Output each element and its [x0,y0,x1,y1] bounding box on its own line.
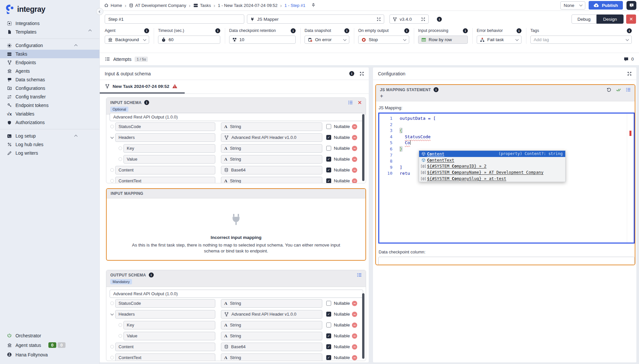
autocomplete-item[interactable]: ContentText [419,157,565,163]
close-step-button[interactable]: ✕ [626,14,636,24]
comments-button[interactable]: 0 [624,57,634,62]
field-name-input[interactable]: Value [123,155,215,164]
sidebar-item-configuration[interactable]: Configuration [0,41,99,50]
breadcrumb-item-at-development-company[interactable]: AT Development Company [129,3,186,8]
remove-row-icon[interactable]: − [352,333,357,339]
sidebar-item-authorizations[interactable]: Authorizations [0,118,99,127]
expand-icon[interactable] [421,17,425,21]
collapse-row-icon[interactable] [111,135,114,139]
output-schema-name[interactable] [110,290,363,298]
field-name-input[interactable]: Headers [115,133,215,142]
field-type-select[interactable]: AString [221,321,322,329]
nullable-checkbox[interactable]: ✓ [326,344,331,349]
header-collapse-button[interactable] [89,28,91,33]
remove-row-icon[interactable]: − [352,312,357,317]
nullable-checkbox[interactable]: ✓ [326,355,331,360]
field-name-input[interactable]: Content [115,166,215,174]
environment-select[interactable]: None [560,1,585,10]
sidebar-item-log-setup[interactable]: Log setup [0,132,99,140]
nullable-checkbox[interactable]: ✓ [326,168,331,172]
field-type-select[interactable]: AString [221,332,322,340]
field-control-error-behavior[interactable]: Fail task [477,36,521,44]
remove-row-icon[interactable]: − [352,178,357,184]
component-info-icon[interactable]: i [437,17,442,22]
remove-row-icon[interactable]: − [352,168,357,173]
schema-list-icon[interactable] [348,100,353,105]
list-icon[interactable] [626,87,631,92]
autocomplete-item[interactable]: [@]${#SYSTEM_CompanyID} » 2 [419,163,565,169]
nullable-checkbox[interactable]: ✓ [326,146,331,151]
sidebar-item-tasks[interactable]: Tasks [0,50,99,58]
field-type-select[interactable]: Base64 [221,343,322,351]
row-radio[interactable] [119,323,122,327]
field-control-agent[interactable]: Background [105,36,149,44]
row-radio[interactable] [110,301,114,305]
field-control-data-checkpoint-retention[interactable]: 10 [229,36,296,44]
field-name-input[interactable]: Key [123,321,215,329]
field-info-icon[interactable]: i [291,28,296,33]
autocomplete-item[interactable]: [@]${#SYSTEM_CompanyName} » AT Developme… [419,169,565,175]
nullable-checkbox[interactable]: ✓ [326,333,331,338]
sidebar-item-templates[interactable]: Templates [0,28,99,36]
checkpoint-input[interactable] [378,257,635,265]
remove-row-icon[interactable]: − [352,135,357,140]
expand-panel-icon[interactable] [627,71,632,76]
breadcrumb-item-1-new-task-2024-07-24-09-52[interactable]: 1 - New Task 2024-07-24 09:52 [218,3,278,8]
sidebar-item-endpoints[interactable]: Endpoints [0,58,99,67]
field-control-on-empty-output[interactable]: Stop [358,36,409,44]
nullable-checkbox[interactable]: ✓ [326,312,331,317]
remove-row-icon[interactable]: − [352,323,357,328]
field-type-select[interactable]: AString [221,144,322,153]
schema-scrollbar[interactable] [362,293,364,359]
sidebar-item-data-schemas[interactable]: Data schemas [0,75,99,84]
logo[interactable]: integray [0,0,99,19]
remove-row-icon[interactable]: − [352,344,357,350]
sidebar-item-variables[interactable]: √xVariables [0,110,99,118]
nullable-checkbox[interactable]: ✓ [326,157,331,162]
field-control-tags[interactable]: Add tag [530,36,632,44]
field-type-select[interactable]: Advanced Rest API Header v1.0.0 [221,133,322,142]
collapse-row-icon[interactable] [111,312,114,315]
input-schema-info-icon[interactable]: i [144,100,149,105]
breadcrumb-item-home[interactable]: Home [104,3,122,8]
sidebar-item-log-hub-rules[interactable]: Log hub rules [0,140,99,149]
schema-scrollbar[interactable] [362,114,364,181]
help-button[interactable]: ? [626,1,636,10]
schema-list-icon[interactable] [357,273,362,277]
row-radio[interactable] [110,356,114,359]
publish-button[interactable]: Publish [589,1,623,10]
autocomplete-item[interactable]: [@]${#SYSTEM_CompanySlug} » at-test [419,175,565,182]
field-info-icon[interactable]: i [517,28,521,33]
field-name-input[interactable]: Content [115,343,215,351]
sidebar-item-config-transfer[interactable]: Config transfer [0,92,99,101]
add-button[interactable]: + [380,93,385,99]
debug-tab[interactable]: Debug [572,14,597,24]
autocomplete-item[interactable]: Content (property) Content?: string [419,151,565,157]
remove-row-icon[interactable]: − [352,355,357,360]
field-info-icon[interactable]: i [144,28,149,33]
remove-row-icon[interactable]: − [352,146,357,151]
remove-schema-icon[interactable]: ✕ [358,100,362,105]
sidebar-item-endpoint-tokens[interactable]: Endpoint tokens [0,101,99,110]
field-type-select[interactable]: AString [221,155,322,164]
field-name-input[interactable]: StatusCode [115,299,215,308]
field-name-input[interactable]: Key [123,144,215,153]
field-type-select[interactable]: Advanced Rest API Header v1.0.0 [221,310,322,319]
sidebar-collapse-button[interactable] [96,8,103,15]
nullable-checkbox[interactable]: ✓ [326,301,331,306]
design-tab[interactable]: Design [597,14,624,24]
field-info-icon[interactable]: i [215,28,220,33]
nullable-checkbox[interactable]: ✓ [326,135,331,140]
field-name-input[interactable]: Headers [115,310,215,319]
remove-row-icon[interactable]: − [352,124,357,129]
expand-panel-icon[interactable] [359,71,364,76]
row-radio[interactable] [110,179,114,183]
row-radio[interactable] [110,168,114,172]
field-info-icon[interactable]: i [463,28,468,33]
field-type-select[interactable]: AString [221,353,322,361]
row-radio[interactable] [119,157,122,161]
sidebar-item-integrations[interactable]: Integrations [0,19,99,28]
field-type-select[interactable]: Base64 [221,166,322,174]
field-name-input[interactable]: ContentText [115,353,215,361]
attempts-toggle[interactable]: Attempts 1 / 5s [105,57,148,62]
